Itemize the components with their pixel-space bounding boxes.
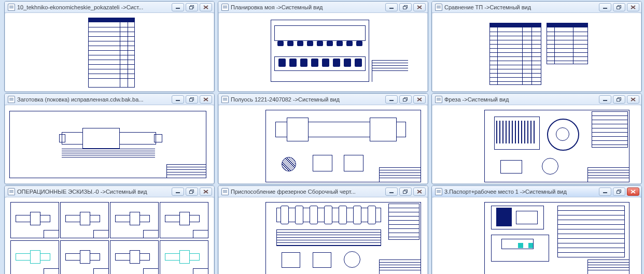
drawing-canvas[interactable] bbox=[219, 198, 427, 274]
svg-rect-37 bbox=[403, 191, 407, 193]
document-icon bbox=[8, 188, 15, 195]
titlebar[interactable]: Сравнение ТП ->Системный вид bbox=[432, 2, 641, 13]
svg-rect-10 bbox=[603, 8, 607, 9]
window-buttons bbox=[385, 3, 426, 11]
mdi-workspace: 10_tekhniko-ekonomicheskie_pokazateli ->… bbox=[0, 0, 644, 274]
document-icon bbox=[435, 4, 442, 11]
restore-button[interactable] bbox=[613, 3, 625, 11]
restore-button[interactable] bbox=[613, 95, 625, 104]
mdi-window[interactable]: Фреза ->Системный вид bbox=[431, 93, 642, 184]
minimize-button[interactable] bbox=[385, 95, 398, 104]
window-title: Полуось 1221-2407082 ->Системный вид bbox=[231, 96, 383, 103]
window-title: Планировка моя ->Системный вид bbox=[231, 4, 383, 10]
minimize-button[interactable] bbox=[172, 188, 184, 196]
titlebar[interactable]: Планировка моя ->Системный вид bbox=[218, 2, 428, 13]
window-title: 3.Паспорт+рабочее место 1 ->Системный ви… bbox=[444, 189, 597, 195]
restore-button[interactable] bbox=[399, 188, 412, 196]
svg-rect-42 bbox=[617, 191, 620, 193]
mdi-window[interactable]: Приспособление фрезерное Сборочный черт.… bbox=[218, 185, 428, 274]
titlebar[interactable]: ОПЕРАЦИОННЫЕ ЭСКИЗЫ.-0 ->Системный вид bbox=[5, 186, 214, 197]
window-title: Приспособление фрезерное Сборочный черт.… bbox=[231, 189, 383, 195]
drawing-canvas[interactable] bbox=[5, 13, 214, 91]
window-title: Фреза ->Системный вид bbox=[444, 96, 597, 103]
close-button[interactable] bbox=[413, 95, 426, 104]
mdi-window[interactable]: Полуось 1221-2407082 ->Системный вид bbox=[218, 93, 428, 184]
window-buttons bbox=[385, 188, 426, 196]
close-button[interactable] bbox=[627, 188, 639, 196]
restore-button[interactable] bbox=[613, 188, 625, 196]
restore-button[interactable] bbox=[186, 188, 198, 196]
mdi-window[interactable]: Планировка моя ->Системный вид bbox=[218, 1, 428, 92]
svg-rect-5 bbox=[389, 8, 394, 9]
minimize-button[interactable] bbox=[385, 3, 398, 11]
window-buttons bbox=[385, 95, 426, 104]
titlebar[interactable]: Полуось 1221-2407082 ->Системный вид bbox=[218, 94, 428, 105]
drawing-canvas[interactable] bbox=[5, 106, 214, 183]
close-button[interactable] bbox=[413, 3, 426, 11]
svg-rect-40 bbox=[603, 192, 607, 193]
restore-button[interactable] bbox=[399, 95, 412, 104]
svg-rect-15 bbox=[176, 100, 180, 101]
close-button[interactable] bbox=[200, 3, 212, 11]
svg-rect-0 bbox=[176, 8, 180, 9]
svg-rect-17 bbox=[190, 98, 193, 101]
mdi-window[interactable]: Заготовка (поковка) исправленная.cdw.bak… bbox=[4, 93, 215, 184]
document-icon bbox=[435, 96, 442, 103]
titlebar[interactable]: 3.Паспорт+рабочее место 1 ->Системный ви… bbox=[432, 186, 641, 197]
restore-button[interactable] bbox=[186, 3, 198, 11]
svg-rect-30 bbox=[176, 192, 180, 193]
mdi-window[interactable]: Сравнение ТП ->Системный вид bbox=[431, 1, 642, 92]
window-buttons bbox=[172, 95, 212, 104]
titlebar[interactable]: Заготовка (поковка) исправленная.cdw.bak… bbox=[5, 94, 214, 105]
window-buttons bbox=[599, 95, 639, 104]
titlebar[interactable]: Фреза ->Системный вид bbox=[432, 94, 641, 105]
restore-button[interactable] bbox=[186, 95, 198, 104]
titlebar[interactable]: Приспособление фрезерное Сборочный черт.… bbox=[218, 186, 428, 197]
minimize-button[interactable] bbox=[599, 95, 611, 104]
window-title: 10_tekhniko-ekonomicheskie_pokazateli ->… bbox=[17, 4, 170, 10]
svg-rect-22 bbox=[403, 98, 407, 101]
document-icon bbox=[8, 4, 15, 11]
svg-rect-12 bbox=[617, 6, 620, 9]
window-title: Заготовка (поковка) исправленная.cdw.bak… bbox=[17, 96, 170, 103]
titlebar[interactable]: 10_tekhniko-ekonomicheskie_pokazateli ->… bbox=[5, 2, 214, 13]
window-title: ОПЕРАЦИОННЫЕ ЭСКИЗЫ.-0 ->Системный вид bbox=[17, 189, 170, 195]
minimize-button[interactable] bbox=[385, 188, 398, 196]
svg-rect-32 bbox=[190, 191, 193, 193]
svg-rect-27 bbox=[617, 98, 620, 101]
restore-button[interactable] bbox=[399, 3, 412, 11]
minimize-button[interactable] bbox=[599, 3, 611, 11]
drawing-canvas[interactable] bbox=[219, 106, 427, 183]
svg-rect-2 bbox=[190, 6, 193, 9]
close-button[interactable] bbox=[200, 188, 212, 196]
svg-rect-7 bbox=[403, 6, 407, 9]
svg-rect-35 bbox=[389, 192, 394, 193]
minimize-button[interactable] bbox=[599, 188, 611, 196]
window-buttons bbox=[599, 3, 639, 11]
drawing-canvas[interactable] bbox=[219, 13, 427, 91]
svg-rect-20 bbox=[389, 100, 394, 101]
document-icon bbox=[221, 96, 229, 103]
close-button[interactable] bbox=[627, 3, 639, 11]
mdi-window[interactable]: ОПЕРАЦИОННЫЕ ЭСКИЗЫ.-0 ->Системный вид bbox=[4, 185, 215, 274]
mdi-window[interactable]: 3.Паспорт+рабочее место 1 ->Системный ви… bbox=[431, 185, 642, 274]
drawing-canvas[interactable] bbox=[432, 106, 641, 183]
window-buttons bbox=[172, 3, 212, 11]
document-icon bbox=[221, 4, 229, 11]
svg-rect-25 bbox=[603, 100, 607, 101]
minimize-button[interactable] bbox=[172, 3, 184, 11]
close-button[interactable] bbox=[413, 188, 426, 196]
window-title: Сравнение ТП ->Системный вид bbox=[444, 4, 597, 10]
document-icon bbox=[221, 188, 229, 195]
document-icon bbox=[8, 96, 15, 103]
drawing-canvas[interactable] bbox=[432, 13, 641, 91]
minimize-button[interactable] bbox=[172, 95, 184, 104]
drawing-canvas[interactable] bbox=[5, 198, 214, 274]
close-button[interactable] bbox=[200, 95, 212, 104]
close-button[interactable] bbox=[627, 95, 639, 104]
window-buttons bbox=[599, 188, 639, 196]
drawing-canvas[interactable] bbox=[432, 198, 641, 274]
window-buttons bbox=[172, 188, 212, 196]
document-icon bbox=[435, 188, 442, 195]
mdi-window[interactable]: 10_tekhniko-ekonomicheskie_pokazateli ->… bbox=[4, 1, 215, 92]
